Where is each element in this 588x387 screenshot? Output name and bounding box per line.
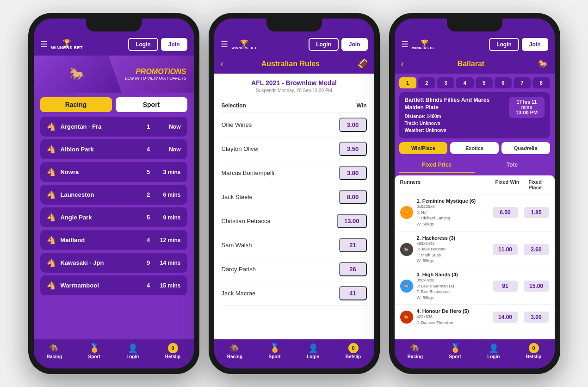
back-button[interactable]: ‹ <box>221 58 224 69</box>
tab-sport[interactable]: Sport <box>116 97 187 112</box>
nav-betslip[interactable]: 0 Betslip <box>165 343 180 359</box>
race-horse-icon-6: 🐴 <box>47 258 56 267</box>
runner-fixed-place-1[interactable]: 2.60 <box>524 244 549 255</box>
phone-1: ☰ 🏆 WINNERS BET Login Join 🐎 PROMOTIO <box>28 13 199 374</box>
runner-fixed-win-0[interactable]: 6.50 <box>493 207 518 218</box>
track-label: Track: <box>405 121 420 126</box>
win-header: Win <box>357 102 367 109</box>
nav-sport-label: Sport <box>88 354 100 359</box>
race-name-4: Angle Park <box>61 214 139 221</box>
race-item-6[interactable]: 🐴 Kawasaki - Jpn 9 14 mins <box>40 253 187 273</box>
phone3-nav-login[interactable]: 👤 Login <box>487 343 500 359</box>
login-button[interactable]: Login <box>128 38 158 51</box>
table-header: Selection Win <box>222 99 367 113</box>
race-time-badge: 17 hrs 11 mins 13:00 PM <box>509 97 544 118</box>
exotics-tab[interactable]: Exotics <box>450 142 499 154</box>
phone2-login-button[interactable]: Login <box>309 38 339 51</box>
runner-fixed-place-0[interactable]: 1.85 <box>524 207 549 218</box>
race-item-1[interactable]: 🐴 Albion Park 4 Now <box>40 139 187 159</box>
phone3-logo-text: WINNERS BET <box>412 46 438 50</box>
race-tab-2[interactable]: 2 <box>418 77 435 88</box>
runner-trainer-1: T: Mark Sues <box>417 253 441 257</box>
logo-text: WINNERS BET <box>51 46 83 50</box>
race-item-5[interactable]: 🐴 Maitland 4 12 mins <box>40 230 187 250</box>
bet-odds-6[interactable]: 26 <box>339 262 367 276</box>
race-tab-3[interactable]: 3 <box>437 77 454 88</box>
runner-code-3: 422x638 <box>417 314 433 319</box>
promo-banner[interactable]: 🐎 PROMOTIONS LOG IN TO VIEW OUR OFFERS <box>34 56 194 93</box>
quadrella-tab[interactable]: Quadrella <box>501 142 550 154</box>
bet-odds-3[interactable]: 8.00 <box>339 190 367 204</box>
event-header: AFL 2021 - Brownlow Medal Suspends Monda… <box>214 74 374 99</box>
tote-tab[interactable]: Tote <box>475 158 550 173</box>
phone3-logo-trophy-icon: 🏆 <box>421 40 428 46</box>
race-tab-1[interactable]: 1 <box>399 77 416 88</box>
bet-odds-0[interactable]: 3.00 <box>339 118 367 132</box>
race-tab-7[interactable]: 7 <box>514 77 531 88</box>
phone2-nav-betslip[interactable]: 0 Betslip <box>346 343 361 359</box>
phone2-nav-login[interactable]: 👤 Login <box>307 343 319 359</box>
phone2-nav-sport[interactable]: 🏅 Sport <box>269 343 281 359</box>
logo-trophy-icon: 🏆 <box>63 39 71 46</box>
bet-name-4: Christian Petracca <box>222 218 271 225</box>
phone3-nav-betslip[interactable]: 0 Betslip <box>526 343 541 359</box>
race-horse-icon-1: 🐴 <box>47 145 56 154</box>
bet-odds-5[interactable]: 21 <box>339 238 367 252</box>
nav-racing[interactable]: 🏇 Racing <box>47 343 62 359</box>
phone2-join-button[interactable]: Join <box>341 38 368 51</box>
nav-sport[interactable]: 🏅 Sport <box>88 343 100 359</box>
runner-fixed-win-1[interactable]: 11.00 <box>493 244 518 255</box>
fixed-price-tab[interactable]: Fixed Price <box>399 158 475 173</box>
race-item-0[interactable]: 🐴 Argentan - Fra 1 Now <box>40 117 187 137</box>
tab-row: Racing Sport <box>34 93 194 117</box>
phone2-hamburger-icon[interactable]: ☰ <box>221 39 228 50</box>
phone3-nav-sport[interactable]: 🏅 Sport <box>449 343 461 359</box>
phone3-join-button[interactable]: Join <box>522 38 548 51</box>
phone3-hamburger-icon[interactable]: ☰ <box>401 39 409 50</box>
race-item-7[interactable]: 🐴 Warrnambool 4 15 mins <box>40 275 187 295</box>
phone2-nav-racing[interactable]: 🏇 Racing <box>227 343 242 359</box>
page-title: Australian Rules <box>261 60 320 68</box>
nav-login[interactable]: 👤 Login <box>126 343 139 359</box>
runner-trainer-2: T: Ben Brisbourne <box>417 289 450 294</box>
phone3-login-button[interactable]: Login <box>489 38 519 51</box>
runner-fixed-win-3[interactable]: 14.00 <box>493 312 518 323</box>
hamburger-icon[interactable]: ☰ <box>40 39 48 50</box>
race-tab-8[interactable]: 8 <box>532 77 550 88</box>
weather-value: Unknown <box>426 128 446 133</box>
tab-racing[interactable]: Racing <box>40 97 112 112</box>
race-tab-6[interactable]: 6 <box>495 77 512 88</box>
runner-fixed-place-3[interactable]: 3.00 <box>524 312 549 323</box>
fixed-place-col-header: FixedPlace <box>521 179 549 190</box>
race-item-3[interactable]: 🐴 Launceston 2 6 mins <box>40 185 187 205</box>
win-place-tab[interactable]: Win/Place <box>399 142 448 154</box>
runner-fixed-place-2[interactable]: 15.00 <box>524 281 549 292</box>
race-tab-5[interactable]: 5 <box>476 77 493 88</box>
race-time-7: 15 mins <box>158 282 181 289</box>
race-item-4[interactable]: 🐴 Angle Park 5 9 mins <box>40 207 187 227</box>
bet-odds-2[interactable]: 3.80 <box>339 166 367 180</box>
bet-odds-1[interactable]: 3.50 <box>339 142 367 156</box>
race-info-details: Distance: 1400m Track: Unknown Weather: … <box>405 113 509 134</box>
race-num-6: 9 <box>144 259 153 266</box>
race-horse-icon-5: 🐴 <box>47 236 56 244</box>
runner-name-0: 1. Feminine Mystique (6) <box>417 198 489 204</box>
runner-name-1: 2. Hackeress (3) <box>417 235 489 241</box>
phone3-nav-racing[interactable]: 🏇 Racing <box>408 343 423 359</box>
phone3-nav-login-label: Login <box>487 354 500 359</box>
join-button[interactable]: Join <box>161 38 187 51</box>
race-item-2[interactable]: 🐴 Nowra 5 3 mins <box>40 162 187 182</box>
race-time-6: 14 mins <box>158 260 181 266</box>
bet-odds-7[interactable]: 41 <box>339 286 367 300</box>
runner-fixed-win-2[interactable]: 91 <box>493 281 518 292</box>
race-time-3: 6 mins <box>158 192 181 198</box>
bet-odds-4[interactable]: 13.00 <box>337 214 367 228</box>
horse-icon: 🐎 <box>69 67 86 82</box>
runner-info-3: 4. Honour De Hero (5) 422x638 J: Damien … <box>417 308 489 325</box>
runner-details-1: x66x5442 J: Jake Noonan T: Mark Sues W: … <box>417 241 489 264</box>
runner-code-0: 0x6236x6 <box>417 204 435 209</box>
phone3-back-button[interactable]: ‹ <box>401 58 404 69</box>
event-suspend-text: Suspends Monday, 20 Sep 19:00 PM <box>222 88 367 93</box>
bet-name-3: Jack Steele <box>222 194 253 200</box>
race-tab-4[interactable]: 4 <box>456 77 473 88</box>
